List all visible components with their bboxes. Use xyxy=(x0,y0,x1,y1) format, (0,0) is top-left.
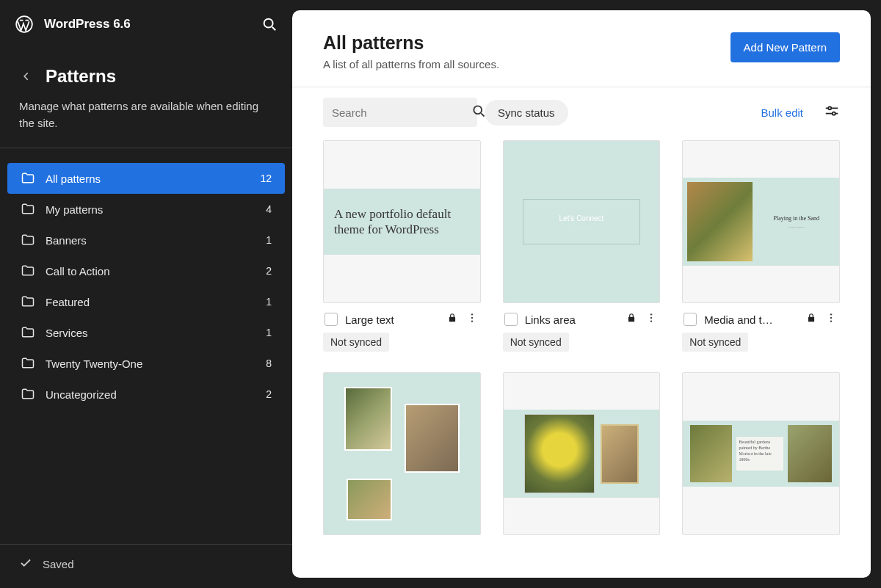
nav-item-label: Featured xyxy=(46,296,255,308)
nav-item-my-patterns[interactable]: My patterns 4 xyxy=(7,194,285,225)
pattern-card: Playing in the Sand —— —— Media and t… N… xyxy=(682,140,840,352)
svg-point-14 xyxy=(650,320,652,322)
folder-icon xyxy=(21,171,35,186)
pattern-card xyxy=(323,372,481,535)
folder-icon xyxy=(21,356,35,371)
nav-item-label: Banners xyxy=(46,234,255,247)
preview-image xyxy=(524,414,595,493)
preview-image xyxy=(788,425,832,482)
preview-text: Let's Connect xyxy=(559,214,604,222)
sync-badge: Not synced xyxy=(503,333,569,352)
pattern-preview[interactable]: Playing in the Sand —— —— xyxy=(682,140,840,303)
pattern-preview[interactable]: Beautiful gardens painted by Berthe Mori… xyxy=(682,372,840,535)
nav-item-count: 1 xyxy=(266,327,272,338)
main-panel: All patterns A list of all patterns from… xyxy=(292,10,871,578)
preview-subtext: —— —— xyxy=(788,225,804,228)
sync-status-filter[interactable]: Sync status xyxy=(485,100,568,126)
svg-line-4 xyxy=(481,113,484,116)
nav-item-count: 2 xyxy=(266,265,272,277)
page-subtitle: A list of all patterns from all sources. xyxy=(323,58,499,70)
sync-badge: Not synced xyxy=(682,333,748,352)
folder-icon xyxy=(21,325,35,340)
wordpress-logo-icon[interactable] xyxy=(15,15,34,34)
nav-item-label: Uncategorized xyxy=(46,388,255,401)
select-checkbox[interactable] xyxy=(325,313,338,326)
site-title[interactable]: WordPress 6.6 xyxy=(44,17,131,32)
nav-item-featured[interactable]: Featured 1 xyxy=(7,286,285,317)
nav-item-count: 1 xyxy=(266,234,272,246)
preview-image xyxy=(344,387,392,451)
nav-item-services[interactable]: Services 1 xyxy=(7,317,285,348)
lock-icon xyxy=(447,313,457,326)
select-checkbox[interactable] xyxy=(504,313,518,326)
nav-item-count: 1 xyxy=(266,296,272,308)
page-title: All patterns xyxy=(323,32,499,54)
preview-image xyxy=(687,182,752,261)
saved-status: Saved xyxy=(0,544,292,588)
select-checkbox[interactable] xyxy=(684,313,697,326)
more-actions-icon[interactable] xyxy=(644,312,659,327)
svg-point-17 xyxy=(830,320,832,322)
nav-item-label: My patterns xyxy=(46,203,255,216)
view-options-icon[interactable] xyxy=(824,103,840,122)
pattern-title[interactable]: Links area xyxy=(525,313,620,326)
nav-item-count: 4 xyxy=(266,203,272,215)
preview-text: Beautiful gardens painted by Berthe Mori… xyxy=(736,437,783,470)
section-title: Patterns xyxy=(46,66,116,87)
check-icon xyxy=(19,556,32,572)
folder-icon xyxy=(21,233,35,247)
lock-icon xyxy=(806,313,816,326)
nav-item-uncategorized[interactable]: Uncategorized 2 xyxy=(7,379,285,410)
folder-icon xyxy=(21,387,35,402)
nav-item-twenty-twenty-one[interactable]: Twenty Twenty-One 8 xyxy=(7,348,285,379)
nav-item-call-to-action[interactable]: Call to Action 2 xyxy=(7,255,285,286)
toolbar: Sync status Bulk edit xyxy=(292,87,871,136)
lock-icon xyxy=(626,313,637,326)
nav-item-all-patterns[interactable]: All patterns 12 xyxy=(7,163,285,194)
search-input[interactable] xyxy=(332,106,471,119)
search-box[interactable] xyxy=(323,98,477,127)
preview-image xyxy=(347,479,391,520)
svg-point-16 xyxy=(830,317,832,319)
nav-item-count: 12 xyxy=(260,173,272,184)
nav-item-count: 2 xyxy=(266,388,272,400)
more-actions-icon[interactable] xyxy=(824,312,838,327)
svg-point-10 xyxy=(471,317,472,319)
nav-item-count: 8 xyxy=(266,357,272,369)
search-icon[interactable] xyxy=(261,16,278,32)
preview-image xyxy=(690,425,731,482)
svg-point-3 xyxy=(474,106,482,114)
pattern-preview[interactable]: A new portfolio default theme for WordPr… xyxy=(323,140,481,303)
pattern-card xyxy=(503,372,661,535)
main-header: All patterns A list of all patterns from… xyxy=(292,10,871,87)
pattern-preview[interactable]: Let's Connect — — — — — xyxy=(503,140,661,303)
svg-point-11 xyxy=(471,320,472,322)
sidebar-topbar: WordPress 6.6 xyxy=(0,9,292,44)
patterns-grid: A new portfolio default theme for WordPr… xyxy=(292,136,871,550)
add-new-pattern-button[interactable]: Add New Pattern xyxy=(730,32,840,62)
preview-text: Playing in the Sand xyxy=(774,215,819,222)
pattern-title[interactable]: Large text xyxy=(345,313,440,326)
preview-image xyxy=(601,424,639,484)
section-header: Patterns xyxy=(0,44,292,92)
nav-item-banners[interactable]: Banners 1 xyxy=(7,225,285,255)
svg-point-13 xyxy=(650,317,652,319)
pattern-categories-nav: All patterns 12 My patterns 4 Banners 1 … xyxy=(0,163,292,410)
pattern-preview[interactable] xyxy=(323,372,481,535)
svg-point-1 xyxy=(264,19,273,28)
back-chevron-icon[interactable] xyxy=(18,71,35,81)
preview-image xyxy=(405,404,460,473)
pattern-title[interactable]: Media and t… xyxy=(704,313,799,326)
preview-subtext: — — — — — xyxy=(570,225,593,229)
search-icon[interactable] xyxy=(471,104,486,121)
folder-icon xyxy=(21,202,35,217)
folder-icon xyxy=(21,264,35,278)
svg-point-9 xyxy=(471,313,472,315)
saved-label: Saved xyxy=(43,558,74,570)
svg-point-8 xyxy=(833,112,835,115)
logo-title: WordPress 6.6 xyxy=(15,15,131,34)
pattern-preview[interactable] xyxy=(503,372,661,535)
more-actions-icon[interactable] xyxy=(465,312,479,327)
bulk-edit-button[interactable]: Bulk edit xyxy=(761,106,803,119)
pattern-card: A new portfolio default theme for WordPr… xyxy=(323,140,481,352)
